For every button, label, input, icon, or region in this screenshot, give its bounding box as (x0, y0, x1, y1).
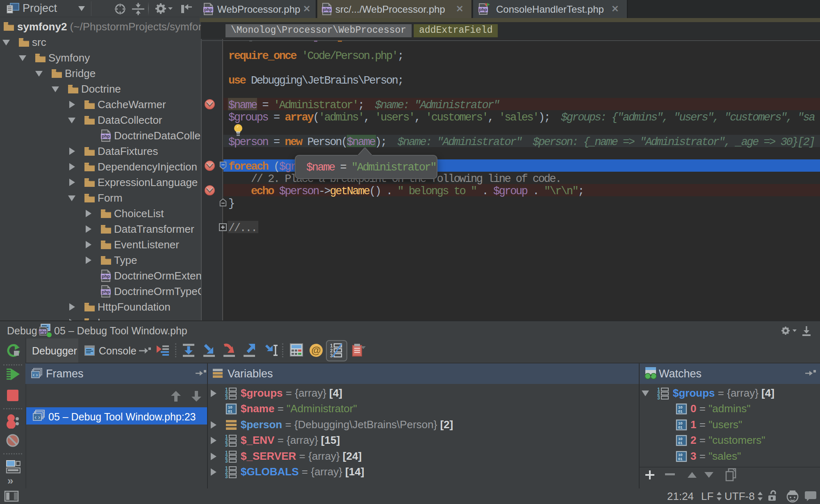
svg-text:‹›: ‹› (34, 414, 41, 421)
svg-text:php: php (39, 329, 46, 334)
svg-text:php: php (204, 7, 212, 12)
svg-text:01: 01 (678, 409, 683, 413)
svg-text:3: 3 (225, 458, 228, 463)
svg-text:01: 01 (678, 456, 683, 461)
svg-text:3: 3 (225, 474, 228, 479)
svg-text:‹›: ‹› (32, 372, 39, 378)
svg-text:3: 3 (225, 442, 228, 447)
svg-text:3: 3 (330, 353, 333, 358)
svg-text:3: 3 (657, 395, 660, 400)
svg-text:php: php (102, 274, 110, 279)
svg-text:php: php (479, 7, 487, 12)
svg-text:01: 01 (678, 425, 683, 429)
svg-text:@: @ (311, 345, 321, 356)
svg-text:01: 01 (228, 409, 232, 413)
svg-text:3: 3 (225, 395, 228, 400)
svg-text:php: php (102, 134, 110, 138)
svg-text:php: php (323, 7, 331, 12)
svg-text:01: 01 (678, 440, 683, 445)
svg-text:php: php (102, 289, 110, 294)
